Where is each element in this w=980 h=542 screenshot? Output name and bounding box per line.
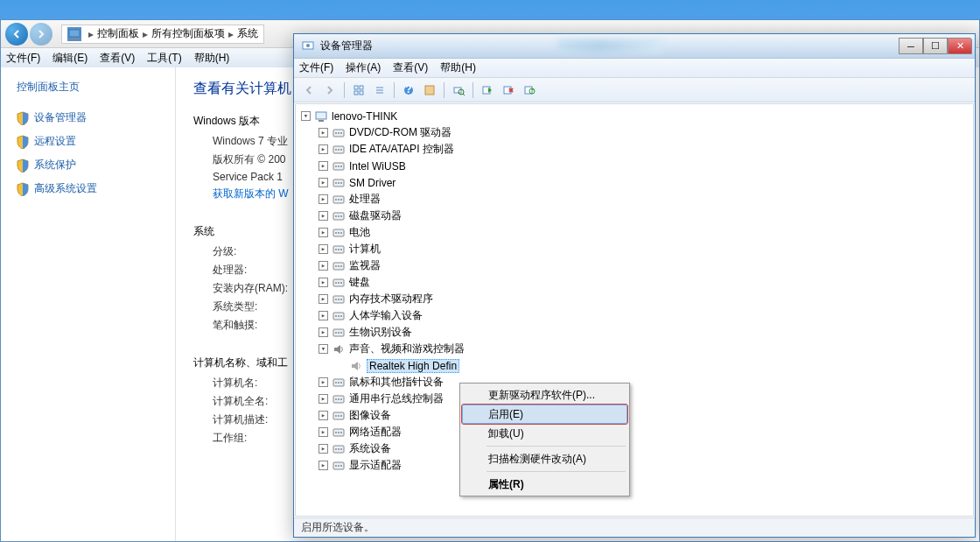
- tree-node[interactable]: ▸通用串行总线控制器: [298, 391, 971, 407]
- sidebar-item[interactable]: 系统保护: [10, 154, 166, 176]
- tree-node[interactable]: ▸DVD/CD-ROM 驱动器: [298, 124, 971, 141]
- tree-node[interactable]: ▸处理器: [298, 191, 971, 208]
- svg-point-31: [338, 149, 340, 151]
- close-button[interactable]: ✕: [948, 38, 972, 54]
- expand-toggle[interactable]: ▾: [318, 344, 328, 354]
- expand-toggle[interactable]: ▸: [318, 178, 328, 187]
- tree-node[interactable]: Realtek High Defin: [298, 357, 971, 374]
- menu-file[interactable]: 文件(F): [299, 60, 333, 75]
- title-bar[interactable]: 设备管理器 ─ ☐ ✕: [294, 34, 975, 59]
- tree-node[interactable]: ▸显示适配器: [298, 457, 971, 474]
- menu-edit[interactable]: 编辑(E): [52, 51, 88, 66]
- bc-item[interactable]: 所有控制面板项: [151, 26, 225, 41]
- menu-view[interactable]: 查看(V): [393, 60, 428, 75]
- expand-toggle[interactable]: ▸: [318, 294, 328, 304]
- expand-toggle[interactable]: ▸: [318, 261, 328, 271]
- svg-point-42: [335, 199, 337, 201]
- sidebar-item[interactable]: 设备管理器: [10, 107, 166, 129]
- tree-node[interactable]: ▸人体学输入设备: [298, 307, 971, 324]
- expand-toggle[interactable]: ▸: [318, 311, 328, 320]
- computer-icon: [67, 27, 81, 41]
- tree-node[interactable]: ▸键盘: [298, 274, 971, 291]
- ctx-uninstall[interactable]: 卸载(U): [462, 424, 627, 443]
- context-menu: 更新驱动程序软件(P)... 启用(E) 卸载(U) 扫描检测硬件改动(A) 属…: [459, 383, 630, 496]
- expand-toggle[interactable]: ▸: [318, 244, 328, 254]
- tree-node-label: SM Driver: [349, 177, 396, 189]
- tree-node-label: 磁盘驱动器: [349, 208, 402, 223]
- expand-toggle[interactable]: ▸: [318, 228, 328, 237]
- tree-root[interactable]: ▾ lenovo-THINK: [298, 108, 971, 124]
- tree-node[interactable]: ▸计算机: [298, 241, 971, 257]
- menu-file[interactable]: 文件(F): [6, 51, 40, 66]
- forward-button[interactable]: [30, 23, 52, 46]
- tb-update-icon[interactable]: [520, 81, 539, 100]
- tree-node[interactable]: ▸SM Driver: [298, 174, 971, 191]
- tb-enable-icon[interactable]: [478, 81, 497, 100]
- tree-node[interactable]: ▸生物识别设备: [298, 324, 971, 341]
- ctx-update-driver[interactable]: 更新驱动程序软件(P)...: [462, 385, 627, 405]
- tree-node-label: 显示适配器: [349, 458, 402, 473]
- tree-node[interactable]: ▸图像设备: [298, 407, 971, 424]
- expand-toggle[interactable]: ▸: [318, 461, 328, 470]
- expand-toggle[interactable]: ▸: [318, 128, 328, 137]
- tb-forward-icon[interactable]: [320, 81, 340, 100]
- expand-toggle[interactable]: ▸: [318, 161, 328, 171]
- device-manager-toolbar: ?: [294, 78, 975, 102]
- tb-uninstall-icon[interactable]: [499, 81, 518, 100]
- toolbar-separator: [344, 82, 345, 98]
- menu-help[interactable]: 帮助(H): [440, 60, 476, 75]
- tb-list-icon[interactable]: [370, 81, 389, 100]
- tb-grid-icon[interactable]: [349, 81, 368, 100]
- ctx-scan-hardware[interactable]: 扫描检测硬件改动(A): [462, 449, 627, 468]
- device-manager-window: 设备管理器 ─ ☐ ✕ 文件(F) 操作(A) 查看(V) 帮助(H) ? ▾: [293, 33, 976, 538]
- bc-item[interactable]: 系统: [237, 26, 258, 41]
- tree-node[interactable]: ▸IDE ATA/ATAPI 控制器: [298, 141, 971, 158]
- expand-toggle[interactable]: ▾: [301, 111, 311, 121]
- back-button[interactable]: [5, 23, 28, 46]
- expand-toggle[interactable]: ▸: [318, 194, 328, 204]
- device-icon: [332, 126, 346, 140]
- window-controls: ─ ☐ ✕: [899, 38, 972, 54]
- expand-toggle[interactable]: ▸: [318, 377, 328, 387]
- svg-point-59: [338, 265, 340, 267]
- tree-node[interactable]: ▸监视器: [298, 257, 971, 274]
- tree-node[interactable]: ▸网络适配器: [298, 424, 971, 440]
- minimize-button[interactable]: ─: [899, 38, 923, 54]
- tree-node[interactable]: ▸Intel WiUSB: [298, 158, 971, 174]
- expand-toggle[interactable]: ▸: [318, 327, 328, 337]
- svg-rect-5: [360, 86, 363, 89]
- tb-properties-icon[interactable]: [420, 81, 439, 100]
- sidebar-item[interactable]: 高级系统设置: [10, 178, 166, 200]
- svg-point-86: [335, 415, 337, 417]
- menu-view[interactable]: 查看(V): [100, 51, 135, 66]
- expand-toggle[interactable]: ▸: [318, 444, 328, 454]
- bc-item[interactable]: 控制面板: [97, 26, 139, 41]
- expand-toggle[interactable]: ▸: [318, 394, 328, 404]
- tree-node[interactable]: ▸电池: [298, 224, 971, 241]
- tree-node[interactable]: ▾声音、视频和游戏控制器: [298, 341, 971, 357]
- tb-back-icon[interactable]: [299, 81, 318, 100]
- tree-node[interactable]: ▸鼠标和其他指针设备: [298, 374, 971, 391]
- ctx-enable[interactable]: 启用(E): [462, 405, 627, 424]
- device-tree[interactable]: ▾ lenovo-THINK ▸DVD/CD-ROM 驱动器▸IDE ATA/A…: [295, 103, 974, 517]
- expand-toggle[interactable]: ▸: [318, 278, 328, 287]
- breadcrumb[interactable]: ▸ 控制面板 ▸ 所有控制面板项 ▸ 系统: [61, 25, 264, 44]
- sidebar-heading[interactable]: 控制面板主页: [10, 80, 166, 95]
- expand-toggle[interactable]: ▸: [318, 411, 328, 420]
- expand-toggle[interactable]: ▸: [318, 144, 328, 154]
- svg-rect-23: [316, 112, 326, 119]
- tree-node[interactable]: ▸系统设备: [298, 440, 971, 457]
- expand-toggle[interactable]: ▸: [318, 211, 328, 221]
- maximize-button[interactable]: ☐: [923, 38, 948, 54]
- tree-node[interactable]: ▸磁盘驱动器: [298, 208, 971, 224]
- tree-node[interactable]: ▸内存技术驱动程序: [298, 291, 971, 307]
- menu-action[interactable]: 操作(A): [346, 60, 381, 75]
- device-icon: [332, 259, 346, 273]
- sidebar-item[interactable]: 远程设置: [10, 130, 166, 152]
- menu-help[interactable]: 帮助(H): [194, 51, 230, 66]
- tb-scan-icon[interactable]: [449, 81, 468, 100]
- menu-tools[interactable]: 工具(T): [147, 51, 181, 66]
- tb-help-icon[interactable]: ?: [399, 81, 418, 100]
- expand-toggle[interactable]: ▸: [318, 427, 328, 437]
- ctx-properties[interactable]: 属性(R): [462, 475, 627, 494]
